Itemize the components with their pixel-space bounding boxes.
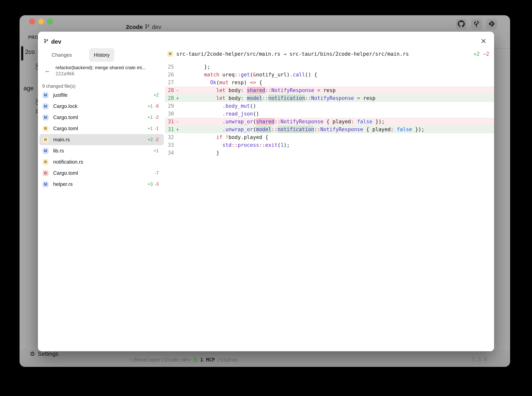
repo-path: ~/Developer/2code:dev bbox=[129, 357, 191, 363]
diff-file-path: src-tauri/2code-helper/src/main.rs → src… bbox=[176, 51, 473, 57]
back-arrow-icon[interactable]: ← bbox=[45, 67, 50, 77]
line-number: 31 bbox=[165, 127, 174, 132]
file-row-justfile[interactable]: Mjustfile+2 bbox=[40, 89, 164, 101]
code-text: let body: shared::NotifyResponse = resp bbox=[181, 86, 335, 94]
file-diff-stats: +2-2 bbox=[148, 137, 159, 142]
file-status-badge: M bbox=[43, 148, 48, 154]
line-number: 34 bbox=[165, 150, 174, 156]
github-icon bbox=[458, 20, 465, 28]
close-button[interactable] bbox=[480, 38, 487, 45]
branch-history-modal: dev Changes History ← refactor(backend):… bbox=[38, 32, 494, 351]
modal-header: dev bbox=[44, 38, 61, 45]
diff-header: R src-tauri/2code-helper/src/main.rs → s… bbox=[165, 50, 494, 58]
file-status-badge: M bbox=[43, 92, 48, 98]
diff-sign: + bbox=[174, 95, 181, 101]
diff-stats: +2 −2 bbox=[473, 51, 489, 57]
close-icon bbox=[481, 38, 486, 45]
line-number: 32 bbox=[165, 134, 174, 140]
traffic-light-minimize[interactable] bbox=[38, 18, 44, 24]
file-status-badge: R bbox=[167, 51, 173, 57]
line-number: 33 bbox=[165, 142, 174, 148]
diff-code-view: 25 };26 match ureq::get(&notify_url).cal… bbox=[165, 63, 494, 157]
file-name: Cargo.toml bbox=[53, 114, 148, 120]
status-route: /status bbox=[217, 357, 238, 363]
settings-label: Settings bbox=[38, 351, 58, 357]
mcp-count[interactable]: 1 MCP bbox=[200, 357, 215, 363]
diff-line: 29 .body_mut() bbox=[165, 102, 494, 110]
file-diff-stats: -7 bbox=[155, 170, 159, 176]
file-row-Cargo.toml[interactable]: RCargo.toml+1-1 bbox=[40, 123, 164, 134]
line-number: 31 bbox=[165, 119, 174, 124]
file-name: Cargo.toml bbox=[53, 170, 155, 176]
code-text: let body: model::notification::NotifyRes… bbox=[181, 94, 376, 102]
tab-changes[interactable]: Changes bbox=[47, 48, 77, 62]
code-text: match ureq::get(&notify_url).call() { bbox=[181, 71, 317, 79]
code-text: .body_mut() bbox=[181, 102, 256, 110]
diff-line: 25 }; bbox=[165, 63, 494, 71]
file-row-main.rs[interactable]: Rmain.rs+2-2 bbox=[40, 134, 164, 145]
changed-file-list: Mjustfile+2MCargo.lock+1-9MCargo.toml+1-… bbox=[40, 89, 164, 190]
tab-history[interactable]: History bbox=[89, 48, 114, 62]
tab-bar: Changes History bbox=[47, 48, 114, 62]
file-row-helper.rs[interactable]: Mhelper.rs+3-3 bbox=[40, 179, 164, 190]
file-diff-stats: +1-1 bbox=[148, 126, 159, 131]
window-title: 2code dev bbox=[126, 23, 161, 30]
branch-icon bbox=[44, 38, 48, 45]
line-number: 26 bbox=[165, 72, 174, 78]
changed-files-header: 9 changed file(s) bbox=[42, 84, 75, 89]
diff-line: 26 match ureq::get(&notify_url).call() { bbox=[165, 71, 494, 79]
diff-line: 27 Ok(mut resp) => { bbox=[165, 79, 494, 86]
file-row-Cargo.toml[interactable]: DCargo.toml-7 bbox=[40, 168, 164, 179]
status-bar: ~/Developer/2code:dev 1 MCP /status bbox=[129, 357, 238, 363]
github-button[interactable] bbox=[456, 19, 467, 30]
file-diff-stats: +1-9 bbox=[148, 104, 159, 109]
diff-line: 31- .unwrap_or(shared::NotifyResponse { … bbox=[165, 118, 494, 125]
line-number: 28 bbox=[165, 95, 174, 101]
line-number: 29 bbox=[165, 103, 174, 109]
diff-line: 34 } bbox=[165, 149, 494, 157]
code-text: Ok(mut resp) => { bbox=[181, 79, 262, 86]
file-status-badge: M bbox=[43, 103, 48, 109]
diff-deletions: −2 bbox=[483, 51, 489, 57]
code-text: .unwrap_or(shared::NotifyResponse { play… bbox=[181, 118, 385, 125]
file-name: main.rs bbox=[53, 137, 148, 143]
code-text: } bbox=[181, 149, 219, 157]
code-text: if !body.played { bbox=[181, 133, 268, 141]
file-name: notification.rs bbox=[53, 159, 159, 165]
sidebar-selection-indicator bbox=[21, 46, 23, 61]
diff-line: 33 std::process::exit(1); bbox=[165, 141, 494, 149]
file-row-notification.rs[interactable]: Rnotification.rs bbox=[40, 156, 164, 168]
line-number: 30 bbox=[165, 111, 174, 117]
commit-hash: 222a966 bbox=[56, 71, 146, 77]
file-row-Cargo.toml[interactable]: MCargo.toml+1-2 bbox=[40, 112, 164, 123]
coral-button[interactable] bbox=[471, 19, 482, 30]
diff-line: 32 if !body.played { bbox=[165, 133, 494, 141]
modal-branch-name: dev bbox=[51, 38, 61, 45]
app-version: 1.3.0 bbox=[472, 356, 487, 362]
file-name: justfile bbox=[53, 92, 154, 98]
sidebar-project-2code[interactable]: 2co bbox=[25, 48, 35, 56]
file-row-Cargo.lock[interactable]: MCargo.lock+1-9 bbox=[40, 101, 164, 112]
file-diff-stats: +3-3 bbox=[148, 182, 159, 187]
file-status-badge: D bbox=[43, 170, 48, 176]
settings-button[interactable]: ⚙ Settings bbox=[30, 351, 58, 357]
file-name: Cargo.toml bbox=[53, 125, 148, 132]
file-diff-stats: +1 bbox=[154, 148, 159, 153]
file-status-badge: R bbox=[43, 159, 48, 165]
file-diff-stats: +2 bbox=[154, 93, 159, 98]
code-text: .unwrap_or(model::notification::NotifyRe… bbox=[181, 125, 424, 133]
diff-line: 30 .read_json() bbox=[165, 110, 494, 118]
window-footer bbox=[20, 349, 510, 367]
diff-sign: + bbox=[174, 127, 181, 132]
diff-sign: - bbox=[174, 87, 181, 93]
traffic-light-close[interactable] bbox=[29, 18, 35, 24]
file-row-lib.rs[interactable]: Mlib.rs+1 bbox=[40, 145, 164, 156]
app-name: 2code bbox=[126, 24, 143, 30]
file-status-badge: M bbox=[43, 115, 48, 120]
sidebar-project-agent[interactable]: age bbox=[23, 85, 34, 92]
diff-additions: +2 bbox=[473, 51, 480, 57]
diff-sign: - bbox=[174, 119, 181, 124]
traffic-light-zoom[interactable] bbox=[47, 18, 53, 24]
mcp-status-icon bbox=[193, 357, 198, 362]
git-button[interactable] bbox=[486, 19, 497, 30]
